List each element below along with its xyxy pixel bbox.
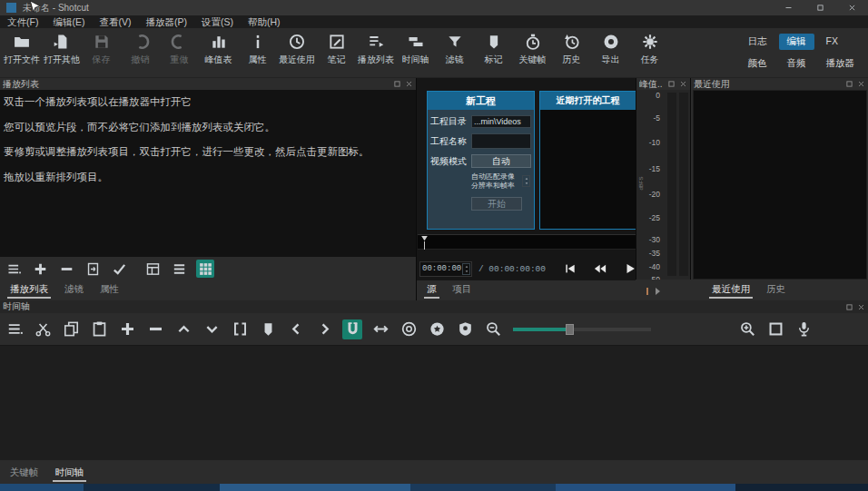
menu-file[interactable]: 文件(F) — [0, 15, 45, 28]
ripple-all-tracks-toggle[interactable] — [427, 319, 447, 339]
close-panel-icon[interactable] — [857, 303, 865, 311]
tab-recent[interactable]: 最近使用 — [704, 280, 758, 300]
recent-files-list[interactable] — [693, 90, 867, 280]
recent-projects-list[interactable] — [540, 110, 636, 229]
zoom-fit-button[interactable] — [765, 319, 785, 339]
menu-help[interactable]: 帮助(H) — [241, 15, 288, 28]
toolbar-funnel-button[interactable]: 滤镜 — [435, 33, 474, 66]
start-button[interactable]: 开始 — [471, 197, 522, 211]
project-name-field[interactable] — [471, 133, 531, 149]
timecode-spinner[interactable] — [462, 263, 470, 275]
menu-settings[interactable]: 设置(S) — [194, 15, 241, 28]
toolbar-gear-button[interactable]: 任务 — [630, 33, 669, 66]
toolbar-clock-button[interactable]: 最近使用 — [277, 33, 317, 66]
workspace-logging-button[interactable]: 日志 — [740, 34, 775, 50]
ripple-markers-icon — [457, 320, 474, 338]
timecode-field[interactable] — [420, 264, 462, 273]
toolbar-meter-button[interactable]: 峰值表 — [199, 33, 238, 66]
toolbar-undo-button[interactable]: 撤销 — [121, 33, 160, 66]
workspace-color-button[interactable]: 颜色 — [740, 55, 775, 72]
skip-to-start-button[interactable] — [564, 262, 577, 275]
ripple-markers-toggle[interactable] — [455, 319, 475, 339]
timeline-zoom-slider[interactable] — [513, 328, 651, 331]
zoom-out-button[interactable] — [483, 319, 503, 339]
toolbar-file-open-button[interactable]: 打开其他 — [42, 33, 82, 66]
workspace-player-button[interactable]: 播放器 — [818, 55, 863, 72]
close-panel-icon[interactable] — [857, 80, 865, 88]
player-scrubber[interactable] — [418, 234, 636, 250]
toolbar-marker-button[interactable]: 标记 — [474, 33, 513, 66]
info-icon — [249, 33, 267, 51]
marker-button[interactable] — [258, 319, 278, 339]
video-mode-button[interactable]: 自动 — [471, 154, 531, 168]
minimize-button[interactable] — [773, 0, 804, 15]
prev-marker-button[interactable] — [286, 319, 306, 339]
record-audio-button[interactable] — [794, 319, 814, 339]
toolbar-note-button[interactable]: 笔记 — [317, 33, 356, 66]
float-panel-icon[interactable] — [393, 80, 401, 88]
workspace-audio-button[interactable]: 音频 — [779, 55, 814, 72]
toolbar-save-button[interactable]: 保存 — [82, 33, 121, 66]
playlist-remove-button[interactable] — [57, 260, 75, 278]
menu-edit[interactable]: 编辑(E) — [45, 15, 92, 28]
rewind-button[interactable] — [594, 262, 607, 275]
menu-view[interactable]: 查看(V) — [92, 15, 138, 28]
project-name-label: 工程名称 — [430, 135, 471, 148]
toolbar-stopwatch-button[interactable]: 关键帧 — [513, 33, 552, 66]
lift-button[interactable] — [173, 319, 193, 339]
project-dir-field[interactable] — [471, 115, 531, 128]
tab-timeline[interactable]: 时间轴 — [47, 464, 93, 484]
tab-history[interactable]: 历史 — [758, 280, 794, 300]
titlebar: 未命名 - Shotcut — [0, 0, 868, 15]
zoom-slider-handle[interactable] — [566, 324, 574, 335]
toolbar-export-button[interactable]: 导出 — [591, 33, 630, 66]
view-icons-button[interactable] — [196, 260, 214, 278]
playlist-apply-button[interactable] — [110, 260, 128, 278]
toolbar-playlist-button[interactable]: 播放列表 — [356, 33, 396, 66]
tab-keyframes[interactable]: 关键帧 — [2, 464, 47, 484]
tab-filters[interactable]: 滤镜 — [56, 280, 92, 300]
copy-button[interactable] — [61, 319, 81, 339]
toolbar-timeline-button[interactable]: 时间轴 — [396, 33, 435, 66]
tab-properties[interactable]: 属性 — [92, 280, 127, 300]
float-panel-icon[interactable] — [667, 80, 676, 88]
close-panel-icon[interactable] — [679, 80, 687, 88]
workspace-editing-button[interactable]: 编辑 — [779, 34, 814, 50]
maximize-button[interactable] — [804, 0, 836, 15]
tab-playlist[interactable]: 播放列表 — [2, 280, 56, 300]
menu-player[interactable]: 播放器(P) — [138, 15, 194, 28]
close-button[interactable] — [836, 0, 868, 15]
view-details-button[interactable] — [143, 260, 162, 278]
playlist-update-button[interactable] — [84, 260, 102, 278]
overwrite-button[interactable] — [202, 319, 222, 339]
zoom-in-icon — [739, 320, 756, 338]
next-marker-button[interactable] — [314, 319, 334, 339]
split-button[interactable] — [230, 319, 250, 339]
ripple-toggle[interactable] — [399, 319, 419, 339]
close-panel-icon[interactable] — [405, 80, 413, 88]
playlist-add-button[interactable] — [31, 260, 49, 278]
workspace-fx-button[interactable]: FX — [818, 34, 846, 50]
float-panel-icon[interactable] — [845, 80, 853, 88]
play-button[interactable] — [624, 262, 636, 275]
ripple-delete-button[interactable] — [145, 319, 165, 339]
snap-toggle[interactable] — [342, 319, 362, 339]
zoom-in-button[interactable] — [737, 319, 757, 339]
tab-source[interactable]: 源 — [419, 280, 445, 300]
float-panel-icon[interactable] — [845, 303, 853, 311]
append-button[interactable] — [117, 319, 137, 339]
scrub-while-dragging-toggle[interactable] — [370, 319, 390, 339]
toolbar-redo-button[interactable]: 重做 — [160, 33, 199, 66]
paste-button[interactable] — [89, 319, 109, 339]
recent-panel-title: 最近使用 — [694, 78, 730, 91]
toolbar-folder-open-button[interactable]: 打开文件 — [2, 33, 42, 66]
video-mode-spinner[interactable] — [522, 175, 530, 187]
cut-button[interactable] — [33, 319, 53, 339]
tab-project[interactable]: 项目 — [445, 280, 480, 300]
playlist-menu-button[interactable] — [5, 260, 23, 278]
timeline-tracks-area[interactable] — [0, 345, 868, 460]
timeline-menu-button[interactable] — [5, 319, 25, 339]
toolbar-history-button[interactable]: 历史 — [552, 33, 591, 66]
view-tiles-button[interactable] — [170, 260, 188, 278]
toolbar-info-button[interactable]: 属性 — [238, 33, 277, 66]
